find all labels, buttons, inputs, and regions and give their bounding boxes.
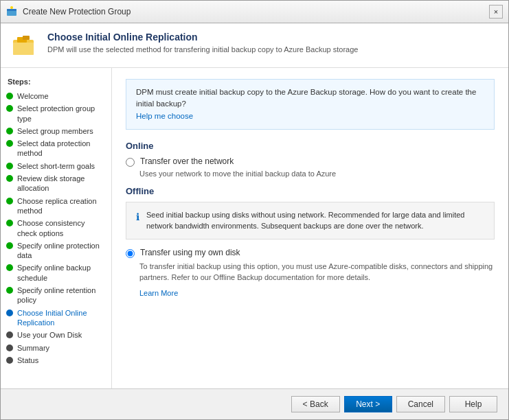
transfer-disk-label[interactable]: Transfer using my own disk (140, 248, 240, 257)
sidebar-item-welcome[interactable]: Welcome (1, 90, 111, 102)
sidebar-bullet-select-group-members (6, 128, 13, 135)
sidebar-item-label-choose-consistency: Choose consistency check options (17, 218, 104, 238)
header-title: Choose Initial Online Replication (47, 32, 358, 43)
sidebar-bullet-welcome (6, 93, 13, 100)
transfer-network-desc: Uses your network to move the initial ba… (139, 170, 495, 178)
transfer-network-radio[interactable] (126, 158, 135, 167)
svg-rect-6 (23, 36, 30, 40)
content: Steps: WelcomeSelect protection group ty… (1, 68, 508, 388)
help-me-choose-link[interactable]: Help me choose (136, 112, 193, 120)
titlebar: Create New Protection Group × (1, 1, 508, 23)
sidebar-item-choose-initial-online[interactable]: Choose Initial Online Replication (1, 307, 111, 329)
sidebar-item-label-select-short-term-goals: Select short-term goals (17, 161, 95, 171)
header-icon (12, 32, 39, 59)
sidebar-bullet-select-protection-group-type (6, 105, 13, 112)
sidebar-item-label-status: Status (17, 355, 38, 365)
learn-more-link[interactable]: Learn More (139, 289, 495, 297)
next-button[interactable]: Next > (344, 396, 392, 412)
svg-point-2 (10, 6, 13, 9)
sidebar-bullet-review-disk-storage (6, 175, 13, 182)
sidebar-bullet-select-data-protection-method (6, 140, 13, 147)
sidebar-item-select-protection-group-type[interactable]: Select protection group type (1, 102, 111, 125)
sidebar-item-select-group-members[interactable]: Select group members (1, 125, 111, 137)
transfer-disk-desc: To transfer initial backup using this op… (139, 261, 495, 283)
titlebar-icon (6, 6, 17, 17)
dialog: Create New Protection Group × Choose Ini… (0, 0, 509, 420)
back-button[interactable]: < Back (291, 396, 340, 412)
info-box: DPM must create initial backup copy to t… (126, 79, 495, 130)
sidebar-bullet-specify-online-backup (6, 264, 13, 271)
sidebar-item-label-welcome: Welcome (17, 91, 49, 101)
sidebar-item-choose-replica[interactable]: Choose replica creation method (1, 195, 111, 218)
svg-rect-1 (7, 9, 16, 11)
sidebar-item-label-specify-online-protection: Specify online protection data (17, 241, 104, 261)
header-text: Choose Initial Online Replication DPM wi… (47, 32, 358, 54)
sidebar-item-label-choose-replica: Choose replica creation method (17, 196, 104, 216)
sidebar: Steps: WelcomeSelect protection group ty… (1, 68, 112, 388)
sidebar-bullet-select-short-term-goals (6, 163, 13, 170)
sidebar-bullet-summary (6, 345, 13, 351)
sidebar-bullet-choose-consistency (6, 220, 13, 226)
sidebar-item-label-review-disk-storage: Review disk storage allocation (17, 174, 104, 194)
cancel-button[interactable]: Cancel (396, 396, 445, 412)
offline-section: Offline ℹ Seed initial backup using disk… (126, 186, 495, 297)
sidebar-bullet-specify-online-retention (6, 287, 13, 294)
footer: < Back Next > Cancel Help (1, 388, 508, 419)
sidebar-item-label-summary: Summary (17, 343, 49, 353)
sidebar-item-status[interactable]: Status (1, 354, 111, 366)
sidebar-item-specify-online-retention[interactable]: Specify online retention policy (1, 284, 111, 307)
sidebar-bullet-use-your-own-disk (6, 331, 13, 338)
info-text: DPM must create initial backup copy to t… (136, 88, 476, 108)
sidebar-bullet-choose-initial-online (6, 310, 13, 316)
sidebar-bullet-specify-online-protection (6, 242, 13, 249)
sidebar-item-label-specify-online-backup: Specify online backup schedule (17, 263, 104, 283)
offline-info-box: ℹ Seed initial backup using disks withou… (126, 202, 495, 240)
sidebar-bullet-status (6, 357, 13, 364)
online-section-title: Online (126, 141, 495, 151)
header: Choose Initial Online Replication DPM wi… (1, 23, 508, 68)
sidebar-item-summary[interactable]: Summary (1, 342, 111, 354)
sidebar-item-specify-online-protection[interactable]: Specify online protection data (1, 240, 111, 262)
sidebar-item-label-select-group-members: Select group members (17, 126, 93, 136)
sidebar-item-label-choose-initial-online: Choose Initial Online Replication (17, 308, 104, 328)
sidebar-item-label-use-your-own-disk: Use your Own Disk (17, 330, 82, 340)
sidebar-item-review-disk-storage[interactable]: Review disk storage allocation (1, 172, 111, 195)
close-button[interactable]: × (489, 5, 503, 19)
sidebar-item-label-specify-online-retention: Specify online retention policy (17, 285, 104, 305)
transfer-disk-radio[interactable] (126, 249, 135, 258)
sidebar-item-select-data-protection-method[interactable]: Select data protection method (1, 137, 111, 160)
transfer-network-label[interactable]: Transfer over the network (140, 156, 234, 166)
header-subtitle: DPM will use the selected method for tra… (47, 45, 358, 54)
sidebar-item-label-select-data-protection-method: Select data protection method (17, 139, 104, 159)
offline-info-text: Seed initial backup using disks without … (146, 209, 484, 232)
sidebar-steps-label: Steps: (1, 75, 111, 90)
sidebar-item-use-your-own-disk[interactable]: Use your Own Disk (1, 329, 111, 341)
info-icon: ℹ (136, 210, 139, 232)
titlebar-title: Create New Protection Group (23, 7, 484, 16)
transfer-disk-option: Transfer using my own disk (126, 248, 495, 258)
sidebar-item-choose-consistency[interactable]: Choose consistency check options (1, 217, 111, 240)
main-content: DPM must create initial backup copy to t… (112, 68, 508, 388)
sidebar-bullet-choose-replica (6, 198, 13, 205)
sidebar-item-select-short-term-goals[interactable]: Select short-term goals (1, 160, 111, 172)
sidebar-item-specify-online-backup[interactable]: Specify online backup schedule (1, 261, 111, 284)
sidebar-item-label-select-protection-group-type: Select protection group type (17, 104, 104, 124)
svg-rect-4 (13, 43, 34, 55)
transfer-network-option: Transfer over the network (126, 156, 495, 167)
offline-section-title: Offline (126, 186, 495, 196)
help-button[interactable]: Help (449, 396, 497, 412)
